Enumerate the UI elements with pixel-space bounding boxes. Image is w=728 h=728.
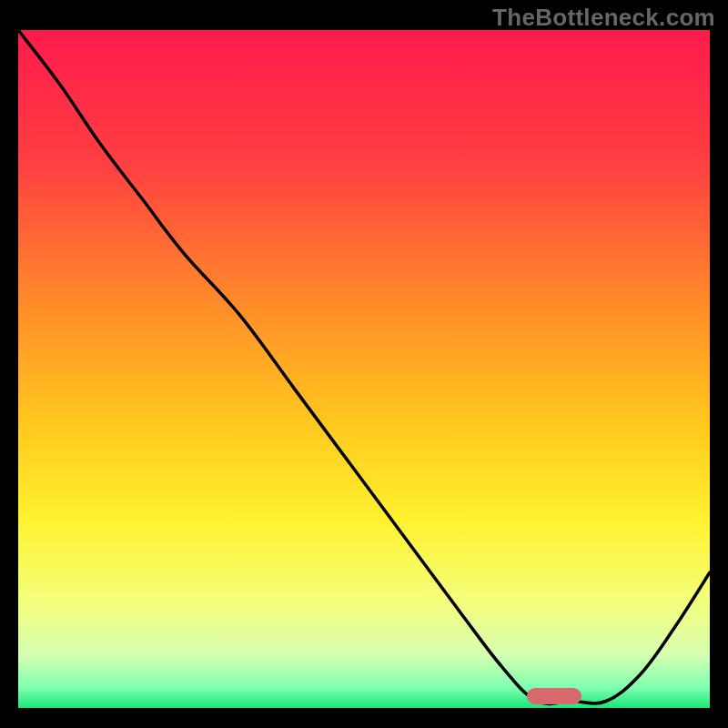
plot-area	[18, 30, 710, 708]
watermark-text: TheBottleneck.com	[492, 4, 715, 32]
optimal-marker	[527, 688, 581, 704]
bottleneck-curve	[18, 30, 710, 708]
chart-frame: TheBottleneck.com	[0, 0, 728, 728]
